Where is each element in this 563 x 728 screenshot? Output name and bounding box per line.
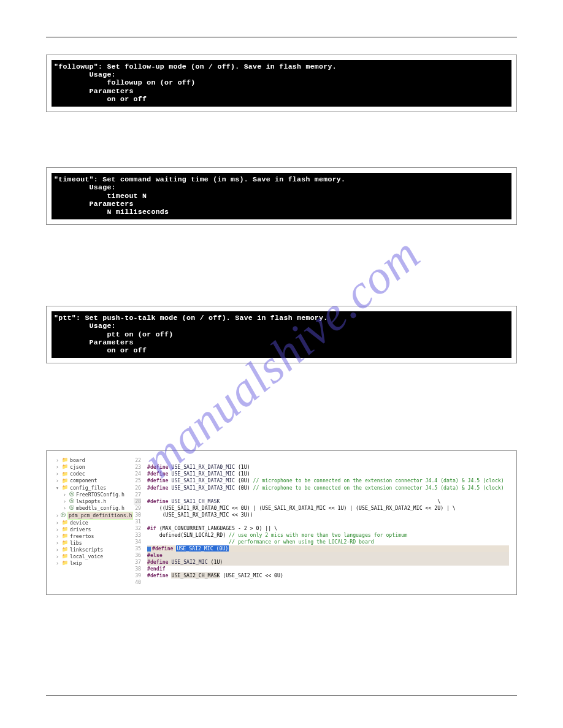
figure-ide: ›📁board›📁cjson›📁codec›📁component▾📁config…	[46, 450, 517, 595]
folder-icon: 📁	[62, 457, 68, 464]
header-file-icon: ⓗ	[69, 491, 74, 498]
tree-item[interactable]: ›📁component	[54, 477, 130, 484]
folder-icon: 📁	[62, 540, 68, 547]
tree-item[interactable]: ›📁freertos	[54, 533, 130, 540]
tree-item-label: cjson	[70, 464, 85, 471]
tree-item-label: mbedtls_config.h	[76, 505, 124, 512]
folder-icon: 📁	[62, 560, 68, 567]
tree-item[interactable]: ›📁linkscripts	[54, 547, 130, 553]
folder-icon: 📁	[62, 520, 68, 526]
tree-item-label: device	[70, 520, 88, 526]
tree-item-label: lwip	[70, 560, 82, 567]
tree-item[interactable]: ›📁lwip	[54, 560, 130, 567]
code-line[interactable]	[147, 491, 509, 498]
footer	[46, 696, 517, 700]
code-line[interactable]	[147, 518, 509, 525]
figure-followup: "followup": Set follow-up mode (on / off…	[46, 55, 517, 112]
figure-ptt: "ptt": Set push-to-talk mode (on / off).…	[46, 306, 517, 363]
code-line[interactable]: #define USE_SAI1_RX_DATA0_MIC (1U)	[147, 464, 509, 471]
ide-panel: ›📁board›📁cjson›📁codec›📁component▾📁config…	[53, 456, 510, 587]
tree-item-label: drivers	[70, 526, 91, 533]
tree-item-label: freertos	[70, 533, 94, 540]
code-line[interactable]: (USE_SAI1_RX_DATA3_MIC << 3U))	[147, 512, 509, 518]
folder-icon: 📁	[62, 478, 68, 485]
tree-item[interactable]: ›📁cjson	[54, 464, 130, 471]
code-line[interactable]: defined(SLN_LOCAL2_RD) // use only 2 mic…	[147, 532, 509, 539]
header-file-icon: ⓗ	[69, 505, 74, 512]
code-editor[interactable]: #define USE_SAI1_RX_DATA0_MIC (1U)#defin…	[144, 456, 510, 587]
tree-item-label: libs	[70, 540, 82, 547]
code-line[interactable]: #define USE_SAI2_MIC (0U)	[147, 545, 509, 552]
code-line[interactable]: #define USE_SAI2_MIC (1U)	[147, 559, 509, 566]
folder-icon: 📁	[62, 553, 68, 560]
tree-item-label: lwipopts.h	[76, 498, 106, 505]
header-file-icon: ⓗ	[61, 512, 66, 519]
tree-item[interactable]: ▾📁config_files	[54, 485, 130, 491]
tree-item[interactable]: ›📁local_voice	[54, 553, 130, 560]
tree-item[interactable]: ›📁libs	[54, 540, 130, 547]
tree-item[interactable]: ›📁board	[54, 457, 130, 464]
figure-timeout: "timeout": Set command waiting time (in …	[46, 167, 517, 225]
project-tree[interactable]: ›📁board›📁cjson›📁codec›📁component▾📁config…	[53, 456, 132, 587]
tree-item[interactable]: ›📁device	[54, 520, 130, 526]
document-page: "followup": Set follow-up mode (on / off…	[0, 0, 563, 728]
tree-item-label: board	[70, 457, 85, 464]
code-line[interactable]: #define USE_SAI2_CH_MASK (USE_SAI2_MIC <…	[147, 572, 509, 579]
tree-item-label: codec	[70, 471, 85, 477]
code-line[interactable]: ((USE_SAI1_RX_DATA0_MIC << 0U) | (USE_SA…	[147, 505, 509, 512]
folder-icon: 📁	[62, 485, 68, 491]
code-line[interactable]: #define USE_SAI1_RX_DATA3_MIC (0U) // mi…	[147, 485, 509, 491]
code-line[interactable]: #else	[147, 552, 509, 559]
tree-item[interactable]: ›📁drivers	[54, 526, 130, 533]
code-line[interactable]: #if (MAX_CONCURRENT_LANGUAGES - 2 > 0) |…	[147, 525, 509, 532]
header-rule	[46, 37, 517, 37]
code-line[interactable]: #define USE_SAI1_RX_DATA1_MIC (1U)	[147, 471, 509, 477]
header-file-icon: ⓗ	[69, 498, 74, 505]
code-line[interactable]: #define USE_SAI1_CH_MASK \	[147, 498, 509, 505]
folder-icon: 📁	[62, 547, 68, 553]
tree-item-label: local_voice	[70, 553, 103, 560]
terminal-ptt: "ptt": Set push-to-talk mode (on / off).…	[52, 311, 511, 358]
tree-item[interactable]: ›📁codec	[54, 471, 130, 477]
code-line[interactable]	[147, 457, 509, 464]
tree-item[interactable]: ›ⓗpdm_pcm_definitions.h	[54, 512, 130, 520]
terminal-followup: "followup": Set follow-up mode (on / off…	[52, 60, 511, 107]
code-line[interactable]	[147, 579, 509, 586]
tree-item-label: FreeRTOSConfig.h	[76, 491, 124, 498]
folder-icon: 📁	[62, 526, 68, 533]
tree-item[interactable]: ›ⓗmbedtls_config.h	[54, 505, 130, 512]
tree-item-label: config_files	[70, 485, 106, 491]
tree-item[interactable]: ›ⓗlwipopts.h	[54, 498, 130, 505]
folder-icon: 📁	[62, 533, 68, 540]
folder-icon: 📁	[62, 464, 68, 471]
tree-item-label: linkscripts	[70, 547, 103, 553]
terminal-timeout: "timeout": Set command waiting time (in …	[52, 173, 511, 219]
folder-icon: 📁	[62, 471, 68, 478]
code-line[interactable]: // performance or when using the LOCAL2-…	[147, 539, 509, 545]
code-line[interactable]: #define USE_SAI1_RX_DATA2_MIC (0U) // mi…	[147, 477, 509, 484]
tree-item[interactable]: ›ⓗFreeRTOSConfig.h	[54, 491, 130, 498]
tree-item-label: component	[70, 477, 97, 484]
code-line[interactable]: #endif	[147, 566, 509, 572]
tree-item-label: pdm_pcm_definitions.h	[67, 512, 134, 520]
code-gutter: 22232425262728293031323334353637383940	[132, 456, 144, 587]
